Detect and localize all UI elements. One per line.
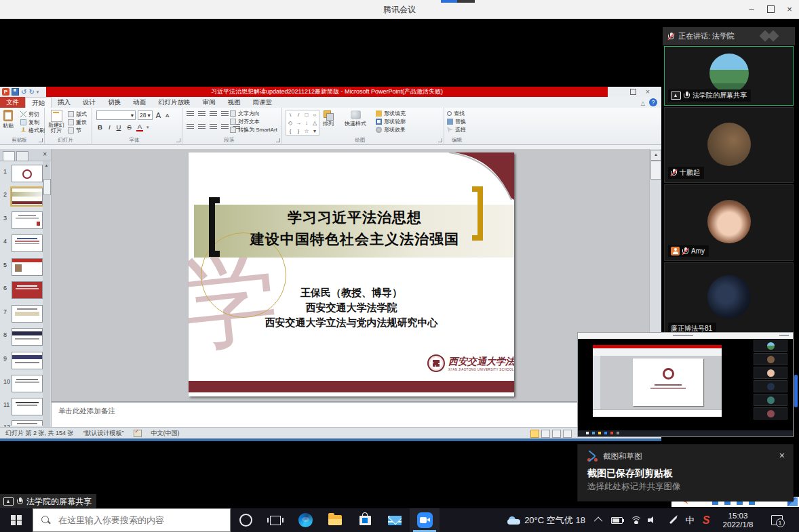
store-button[interactable] <box>350 508 380 532</box>
bullets-icon[interactable] <box>187 111 194 117</box>
smartart-button[interactable]: 转换为 SmartArt <box>230 126 277 134</box>
normal-view-button[interactable] <box>530 430 539 438</box>
file-explorer-button[interactable] <box>320 508 350 532</box>
shape-outline-button[interactable]: 形状轮廓 <box>376 118 406 125</box>
sidebar-scrollbar-thumb[interactable] <box>794 375 798 407</box>
outline-tab[interactable] <box>16 151 28 161</box>
align-center-icon[interactable] <box>198 124 206 130</box>
participant-tile[interactable]: 廉正博法号81 <box>664 262 794 339</box>
toast-close-icon[interactable]: × <box>779 450 785 461</box>
arrange-button[interactable]: 排列 <box>323 110 334 127</box>
slides-tab[interactable] <box>3 151 15 161</box>
maximize-button[interactable] <box>761 0 780 18</box>
new-slide-button[interactable]: 新建幻灯片 <box>46 110 66 134</box>
snip-toast[interactable]: 截图和草图 × 截图已保存到剪贴板 选择此处标记并共享图像 <box>577 444 794 502</box>
participant-tile[interactable]: 十鹏起 <box>664 107 794 183</box>
edge-button[interactable] <box>290 508 320 532</box>
participant-tile-sharing[interactable]: 法学院的屏幕共享 <box>664 46 794 106</box>
shape-gallery[interactable]: \/□○ ◇→↓△ {}☆▾ <box>286 110 319 136</box>
strikethrough-button[interactable]: S <box>125 123 132 131</box>
tencent-meeting-button[interactable] <box>410 508 440 532</box>
slide-thumbnail-5[interactable] <box>12 258 43 276</box>
close-button[interactable]: × <box>780 0 799 18</box>
cortana-button[interactable] <box>231 508 260 532</box>
text-direction-button[interactable]: 文字方向 <box>230 110 277 117</box>
qat-dropdown-icon[interactable]: ▾ <box>37 89 39 96</box>
screenshot-preview-window[interactable] <box>577 332 794 437</box>
align-text-button[interactable]: 对齐文本 <box>230 118 277 125</box>
clipboard-dialog-launcher[interactable] <box>39 138 43 142</box>
minimize-button[interactable]: – <box>742 0 761 18</box>
help-icon[interactable]: ? <box>649 98 657 106</box>
slide-thumbnail-8[interactable] <box>12 328 43 346</box>
font-size-box[interactable]: 28▾ <box>138 110 153 120</box>
slide-thumbnail-1[interactable] <box>12 165 43 182</box>
paragraph-dialog-launcher[interactable] <box>276 138 280 142</box>
battery-icon[interactable] <box>608 508 625 532</box>
weather-widget[interactable]: 20°C 空气优 18 <box>524 508 586 532</box>
canvas-scrollbar-thumb[interactable] <box>650 161 661 180</box>
status-language[interactable]: 中文(中国) <box>151 429 180 438</box>
font-name-box[interactable]: ▾ <box>96 110 136 120</box>
increase-indent-icon[interactable] <box>221 111 229 117</box>
reset-button[interactable]: 重设 <box>68 119 87 126</box>
spellcheck-icon[interactable] <box>134 430 142 437</box>
mail-button[interactable] <box>380 508 410 532</box>
notes-pane[interactable]: 单击此处添加备注 <box>52 401 661 427</box>
cut-button[interactable]: 剪切 <box>20 110 45 118</box>
slide-thumbnail-11[interactable] <box>12 398 43 415</box>
save-icon[interactable] <box>12 88 19 96</box>
slide-org1[interactable]: 西安交通大学法学院 <box>216 302 487 314</box>
tab-slideshow[interactable]: 幻灯片放映 <box>152 97 197 108</box>
slide-thumbnail-10[interactable] <box>12 375 43 392</box>
slide-sorter-view-button[interactable] <box>541 430 550 438</box>
numbering-icon[interactable] <box>198 111 206 117</box>
tab-insert[interactable]: 插入 <box>52 97 77 108</box>
copy-button[interactable]: 复制 <box>20 119 45 126</box>
tab-review[interactable]: 审阅 <box>197 97 222 108</box>
tab-file[interactable]: 文件 <box>0 97 25 108</box>
tab-rain-classroom[interactable]: 雨课堂 <box>247 97 279 108</box>
redo-icon[interactable]: ↻ <box>28 89 34 96</box>
slide-thumbnail-9[interactable] <box>12 352 43 369</box>
ppt-close-button[interactable]: × <box>641 88 655 96</box>
replace-button[interactable]: 替换 <box>447 118 466 125</box>
slides-panel-close-icon[interactable]: × <box>43 150 47 158</box>
action-center-button[interactable]: 1 <box>765 508 788 532</box>
font-more-dropdown-icon[interactable]: ▾ <box>147 125 149 130</box>
volume-icon[interactable] <box>644 508 661 532</box>
ribbon-collapse-icon[interactable]: △ <box>641 100 645 106</box>
tray-expand-icon[interactable] <box>591 508 606 532</box>
font-color-button[interactable]: A <box>136 123 143 131</box>
shrink-font-button[interactable]: A <box>164 112 170 119</box>
slide-editor[interactable]: 学 学习习近平法治思想 建设中国特色社会主义法治强国 王保民（教授、博导） 西安… <box>189 152 514 396</box>
powerpoint-app-icon[interactable]: P <box>2 88 9 96</box>
layout-button[interactable]: 版式 <box>68 110 87 118</box>
pen-icon[interactable] <box>665 508 681 532</box>
tab-design[interactable]: 设计 <box>77 97 102 108</box>
decrease-indent-icon[interactable] <box>210 111 217 117</box>
justify-icon[interactable] <box>221 124 229 130</box>
select-button[interactable]: 选择 <box>447 126 466 134</box>
underline-button[interactable]: U <box>115 123 123 131</box>
tab-transitions[interactable]: 切换 <box>102 97 127 108</box>
paste-button[interactable]: 粘贴 <box>3 110 14 129</box>
tab-animations[interactable]: 动画 <box>127 97 152 108</box>
taskbar-search[interactable] <box>33 508 231 532</box>
ime-indicator[interactable]: 中 <box>682 508 697 532</box>
slide-org2[interactable]: 西安交通大学立法与党内法规研究中心 <box>216 316 487 329</box>
slide-thumbnail-6[interactable] <box>12 281 43 299</box>
find-button[interactable]: 查找 <box>447 110 466 117</box>
weather-icon[interactable] <box>505 508 523 532</box>
align-right-icon[interactable] <box>210 124 217 130</box>
italic-button[interactable]: I <box>107 123 112 131</box>
reading-view-button[interactable] <box>552 430 561 438</box>
align-left-icon[interactable] <box>187 124 194 130</box>
slides-panel-scrollbar[interactable]: ▲ <box>43 161 50 427</box>
shape-fill-button[interactable]: 形状填充 <box>376 110 406 117</box>
toast-subtitle[interactable]: 选择此处标记并共享图像 <box>587 481 681 493</box>
start-button[interactable] <box>0 508 33 532</box>
slide-title-line1[interactable]: 学习习近平法治思想 <box>229 208 480 227</box>
scrollbar-thumb[interactable] <box>43 179 51 195</box>
quick-styles-button[interactable]: 快速样式 <box>345 110 366 127</box>
